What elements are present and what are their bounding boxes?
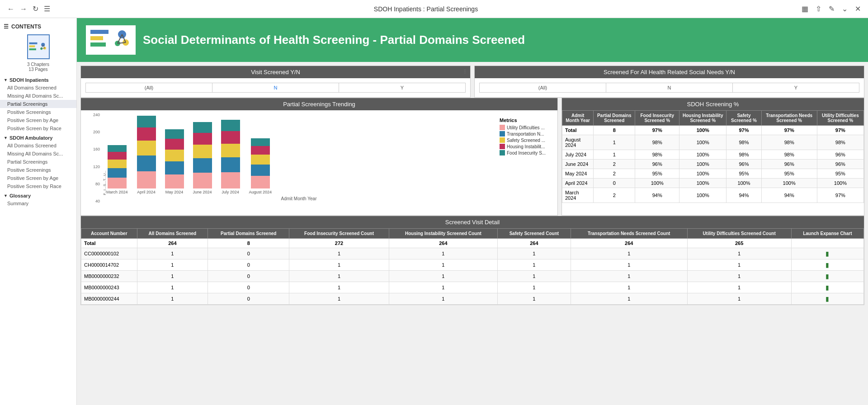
detail-cell-safety: 1 [498,259,571,271]
detail-cell-all: 1 [137,293,208,305]
sdoh-table-row: Total 8 97% 100% 97% 97% 97% [562,126,864,135]
launch-icon[interactable]: ▮ [826,261,829,268]
edit-icon[interactable]: ✎ [829,5,835,13]
launch-icon[interactable]: ▮ [826,273,829,280]
detail-cell-account: CH0000014702 [81,259,137,271]
detail-cell-housing: 1 [389,248,497,259]
bar-group[interactable]: August 2024 [249,107,272,194]
sidebar-section-glossary[interactable]: ▼ Glossary [0,190,76,199]
detail-header-row: Account Number All Domains Screened Part… [81,229,864,239]
sidebar-item-positive-age-ambulatory[interactable]: Positive Screen by Age [0,174,76,182]
visit-screened-header: Visit Screened Y/N [81,66,470,78]
sdoh-table-body: Total 8 97% 100% 97% 97% 97% August 2024… [562,126,864,203]
back-icon[interactable]: ← [7,5,14,13]
bar-segment [108,168,127,178]
detail-cell-food: 1 [289,282,389,293]
sidebar-item-partial-ambulatory[interactable]: Partial Screenings [0,158,76,166]
logo-container [86,25,136,55]
detail-cell-account: Total [81,239,137,248]
visit-n-btn[interactable]: N [212,83,339,92]
visit-all-btn[interactable]: (All) [86,83,212,92]
detail-cell-launch[interactable]: ▮ [791,282,863,293]
sidebar-item-all-domains-ambulatory[interactable]: All Domains Screened [0,141,76,150]
banner-title: Social Determinants of Health Screening … [143,33,525,47]
svg-rect-9 [90,30,108,34]
sidebar-item-all-domains-inpatients[interactable]: All Domains Screened [0,84,76,92]
sidebar-contents-header: ☰ CONTENTS [0,22,76,32]
filter-icon[interactable]: ▦ [802,5,808,13]
bar-group[interactable]: April 2024 [137,107,156,194]
sidebar-item-partial-inpatients[interactable]: Partial Screenings [0,100,76,108]
sdoh-cell-month: March 2024 [562,188,594,203]
sidebar-item-positive-age-inpatients[interactable]: Positive Screen by Age [0,116,76,124]
sidebar-item-missing-inpatients[interactable]: Missing All Domains Sc... [0,92,76,100]
detail-col-launch: Launch Expanse Chart [791,229,863,239]
screened-n-btn[interactable]: N [606,83,733,92]
bar-segment [193,133,212,145]
menu-icon[interactable]: ☰ [44,5,50,13]
detail-table: Account Number All Domains Screened Part… [81,228,864,305]
bar-segment [137,127,156,141]
sdoh-col-month: Admit Month Year [562,111,594,126]
detail-cell-all: 1 [137,271,208,282]
bar-group[interactable]: May 2024 [165,107,184,194]
sidebar-item-positive-inpatients[interactable]: Positive Screenings [0,108,76,116]
detail-cell-all: 1 [137,282,208,293]
detail-cell-launch[interactable]: ▮ [791,259,863,271]
sdoh-cell-food: 100% [635,179,679,188]
launch-icon[interactable]: ▮ [826,295,829,302]
detail-table-row: CC0000000102 1 0 1 1 1 1 1 ▮ [81,248,864,259]
sdoh-cell-safety: 94% [726,188,761,203]
detail-cell-utility: 1 [687,293,791,305]
sidebar-item-positive-race-ambulatory[interactable]: Positive Screen by Race [0,182,76,190]
bar-segment [108,145,127,152]
collapse-icon: ▼ [4,78,8,82]
screened-y-btn[interactable]: Y [733,83,859,92]
detail-table-body: Total 264 8 272 264 264 264 265 CC000000… [81,239,864,305]
sdoh-table-header-row: Admit Month Year Partial Domains Screene… [562,111,864,126]
bar-segment [221,120,240,131]
sdoh-cell-safety: 100% [726,179,761,188]
detail-cell-utility: 1 [687,248,791,259]
detail-col-food: Food Insecurity Screened Count [289,229,389,239]
bar-segment [193,122,212,133]
bar-month-label: March 2024 [106,190,128,194]
sidebar-chapters: 3 Chapters 13 Pages [0,62,76,72]
legend-color-food [500,150,505,155]
launch-icon[interactable]: ▮ [826,250,829,257]
detail-table-row: CH0000014702 1 0 1 1 1 1 1 ▮ [81,259,864,271]
bar-group[interactable]: March 2024 [106,107,128,194]
detail-cell-launch[interactable]: ▮ [791,271,863,282]
sdoh-cell-transport: 97% [761,126,817,135]
screened-all-btn[interactable]: (All) [480,83,606,92]
share-icon[interactable]: ⇧ [816,5,821,13]
sdoh-cell-food: 98% [635,150,679,160]
sidebar-item-missing-ambulatory[interactable]: Missing All Domains Sc... [0,150,76,158]
main-layout: ☰ CONTENTS 3 Chapters 13 Pages ▼ SDOH In… [0,18,868,405]
bar-group[interactable]: July 2024 [221,107,240,194]
bar-segment [165,161,184,174]
sidebar-item-positive-race-inpatients[interactable]: Positive Screen by Race [0,124,76,132]
launch-icon[interactable]: ▮ [826,284,829,291]
chevron-down-icon[interactable]: ⌄ [842,5,848,13]
close-icon[interactable]: ✕ [855,5,861,13]
sidebar-thumbnail[interactable] [27,34,50,59]
bar-group[interactable]: June 2024 [193,107,212,194]
bar-segment [108,178,127,188]
panel-menu-icon[interactable]: ⋮ [462,69,467,75]
detail-cell-launch[interactable]: ▮ [791,293,863,305]
detail-cell-launch[interactable]: ▮ [791,248,863,259]
detail-body: Account Number All Domains Screened Part… [81,228,864,305]
collapse-icon-glossary: ▼ [4,193,8,198]
sidebar-section-inpatients[interactable]: ▼ SDOH Inpatients [0,75,76,84]
sidebar-item-summary[interactable]: Summary [0,199,76,207]
sidebar-section-ambulatory[interactable]: ▼ SDOH Ambulatory [0,132,76,141]
detail-table-row: MB0000000232 1 0 1 1 1 1 1 ▮ [81,271,864,282]
forward-icon[interactable]: → [20,5,27,13]
detail-cell-transport: 1 [571,248,687,259]
refresh-icon[interactable]: ↻ [33,5,38,13]
bar-segment [165,150,184,161]
sidebar-item-positive-ambulatory[interactable]: Positive Screenings [0,166,76,174]
sdoh-col-transport: Transportation Needs Screened % [761,111,817,126]
visit-y-btn[interactable]: Y [339,83,465,92]
